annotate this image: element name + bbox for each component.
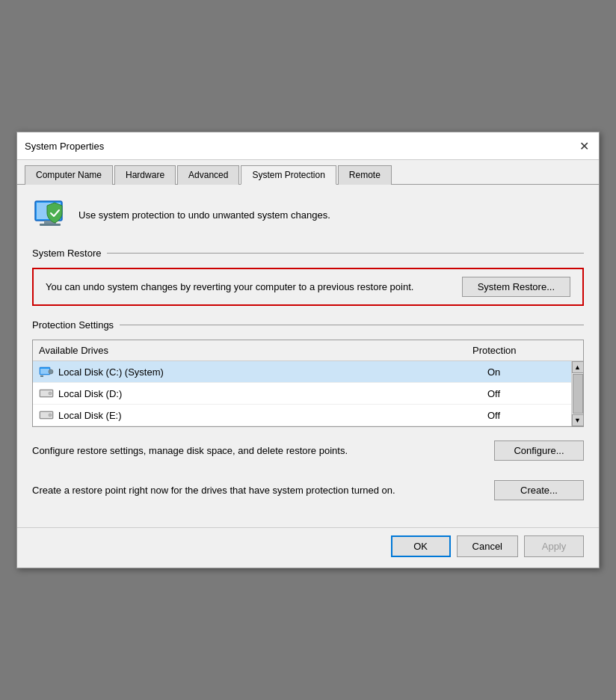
ok-button[interactable]: OK <box>391 535 451 557</box>
drive-c-name: Local Disk (C:) (System) <box>58 366 487 378</box>
header-text: Use system protection to undo unwanted s… <box>78 209 330 221</box>
svg-point-10 <box>49 392 52 395</box>
tab-advanced[interactable]: Advanced <box>177 165 239 185</box>
scroll-up-button[interactable]: ▲ <box>572 361 584 373</box>
system-restore-text: You can undo system changes by reverting… <box>46 280 447 295</box>
configure-text: Configure restore settings, manage disk … <box>32 443 479 458</box>
tab-content: Use system protection to undo unwanted s… <box>17 185 599 527</box>
svg-point-7 <box>49 369 53 374</box>
protection-settings-label: Protection Settings <box>32 319 584 331</box>
protection-settings-group: Protection Settings Available Drives Pro… <box>32 319 584 505</box>
table-row[interactable]: Local Disk (E:) Off <box>33 405 583 426</box>
table-body: Local Disk (C:) (System) On Local Disk (… <box>33 361 583 426</box>
cancel-button[interactable]: Cancel <box>457 535 518 557</box>
protection-table: Available Drives Protection Loc <box>32 340 584 427</box>
drive-c-protection: On <box>487 366 577 378</box>
tab-remote[interactable]: Remote <box>338 165 392 185</box>
col-header-protection: Protection <box>472 345 562 356</box>
create-text: Create a restore point right now for the… <box>32 483 479 498</box>
drive-icon-d <box>39 387 54 399</box>
header-section: Use system protection to undo unwanted s… <box>32 197 584 233</box>
svg-rect-3 <box>40 224 61 226</box>
create-row: Create a restore point right now for the… <box>32 476 584 505</box>
svg-point-13 <box>49 414 52 417</box>
table-header: Available Drives Protection <box>33 340 583 361</box>
svg-rect-5 <box>40 369 49 374</box>
window-title: System Properties <box>25 141 104 152</box>
close-button[interactable]: ✕ <box>576 138 591 153</box>
apply-button[interactable]: Apply <box>524 535 584 557</box>
tab-bar: Computer Name Hardware Advanced System P… <box>17 160 599 185</box>
system-restore-button[interactable]: System Restore... <box>462 277 570 297</box>
col-header-drives: Available Drives <box>39 345 472 356</box>
drive-icon-c <box>39 366 54 378</box>
title-bar: System Properties ✕ <box>17 132 599 160</box>
drive-d-name: Local Disk (D:) <box>58 388 487 399</box>
system-restore-label: System Restore <box>32 248 584 259</box>
drive-icon-e <box>39 409 54 421</box>
drive-d-protection: Off <box>487 388 577 399</box>
drive-e-name: Local Disk (E:) <box>58 410 487 421</box>
configure-row: Configure restore settings, manage disk … <box>32 436 584 465</box>
configure-button[interactable]: Configure... <box>494 440 584 461</box>
tab-hardware[interactable]: Hardware <box>114 165 176 185</box>
system-restore-group: System Restore You can undo system chang… <box>32 248 584 306</box>
system-properties-window: System Properties ✕ Computer Name Hardwa… <box>16 132 600 568</box>
scroll-thumb[interactable] <box>573 374 583 414</box>
table-row[interactable]: Local Disk (D:) Off <box>33 383 583 405</box>
table-row[interactable]: Local Disk (C:) (System) On <box>33 361 583 383</box>
drive-e-protection: Off <box>487 410 577 421</box>
create-button[interactable]: Create... <box>494 480 584 500</box>
system-restore-row: You can undo system changes by reverting… <box>32 268 584 306</box>
scrollbar[interactable]: ▲ ▼ <box>571 361 583 426</box>
footer: OK Cancel Apply <box>17 527 599 568</box>
svg-rect-6 <box>40 375 43 377</box>
tab-system-protection[interactable]: System Protection <box>241 165 336 185</box>
scroll-down-button[interactable]: ▼ <box>572 414 584 426</box>
system-icon <box>32 197 68 233</box>
tab-computer-name[interactable]: Computer Name <box>25 165 113 185</box>
